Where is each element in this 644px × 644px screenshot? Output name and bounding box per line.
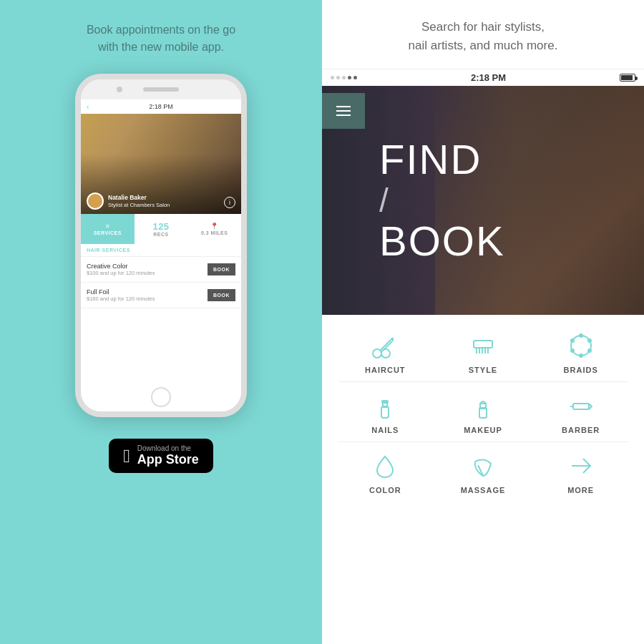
services-row-1: HAIRCUT STYLE xyxy=(322,322,644,381)
tab-services[interactable]: ≡ SERVICES xyxy=(81,214,135,244)
phone-status-bar: ‹ 2:18 PM xyxy=(81,99,241,114)
phone-speaker xyxy=(143,87,179,92)
svg-rect-23 xyxy=(573,404,589,409)
color-icon xyxy=(369,449,401,482)
service-full-foil: Full Foil $160 and up for 120 minutes BO… xyxy=(81,283,241,308)
dot-3 xyxy=(342,76,346,79)
massage-label: MASSAGE xyxy=(461,486,506,494)
info-circle: i xyxy=(224,197,235,208)
braids-label: BRAIDS xyxy=(564,366,598,374)
service-barber[interactable]: BARBER xyxy=(545,389,617,434)
app-store-name-label: App Store xyxy=(137,452,199,467)
stylist-avatar xyxy=(87,192,104,210)
phone-hero-image: Natalie Baker Stylist at Chambers Salon … xyxy=(81,114,241,214)
find-book-hero: FIND / BOOK xyxy=(322,86,644,315)
tab-services-label: SERVICES xyxy=(94,230,122,235)
app-store-text: Download on the App Store xyxy=(137,444,199,467)
right-tagline: Search for hair stylists, nail artists, … xyxy=(322,0,644,69)
service-color[interactable]: COLOR xyxy=(349,449,421,494)
barber-icon xyxy=(565,389,597,421)
stylist-title: Stylist at Chambers Salon xyxy=(108,202,170,209)
menu-icon[interactable] xyxy=(322,93,365,129)
dot-1 xyxy=(331,76,334,79)
book-text: BOOK xyxy=(379,218,505,264)
service-haircut[interactable]: HAIRCUT xyxy=(349,329,421,374)
services-row-2: NAILS MAKEUP xyxy=(322,382,644,441)
haircut-label: HAIRCUT xyxy=(365,366,406,374)
battery-icon xyxy=(620,74,635,82)
book-button-1[interactable]: BOOK xyxy=(208,263,235,275)
left-tagline: Book appointments on the go with the new… xyxy=(87,21,235,56)
apple-icon:  xyxy=(123,447,130,465)
menu-line-1 xyxy=(336,106,351,107)
services-row-3: COLOR MASSAGE xyxy=(322,442,644,502)
dot-5 xyxy=(353,76,357,79)
svg-rect-5 xyxy=(474,341,492,348)
signal-dots xyxy=(331,76,357,79)
braids-icon xyxy=(565,329,597,361)
app-store-button[interactable]:  Download on the App Store xyxy=(109,439,213,473)
haircut-icon xyxy=(369,329,401,361)
phone-top-bar xyxy=(81,79,241,99)
find-text: FIND xyxy=(379,137,505,182)
service-makeup[interactable]: MAKEUP xyxy=(447,389,519,434)
tab-miles-label: 0.3 MILES xyxy=(201,230,228,235)
home-button[interactable] xyxy=(151,387,171,407)
services-icon: ≡ xyxy=(105,223,109,230)
nails-label: NAILS xyxy=(371,426,399,434)
menu-line-2 xyxy=(336,110,351,112)
menu-line-3 xyxy=(336,114,351,116)
services-header: HAIR SERVICES xyxy=(81,244,241,257)
phone-mockup: ‹ 2:18 PM Natalie Baker Stylist at Chamb… xyxy=(75,74,247,417)
book-button-2[interactable]: BOOK xyxy=(208,289,235,301)
download-on-label: Download on the xyxy=(137,444,199,452)
stylist-info: Natalie Baker Stylist at Chambers Salon xyxy=(87,192,170,210)
barber-label: BARBER xyxy=(562,426,600,434)
service-creative-color: Creative Color $100 and up for 120 minut… xyxy=(81,257,241,283)
service-style[interactable]: STYLE xyxy=(447,329,519,374)
stylist-name: Natalie Baker xyxy=(108,194,170,202)
phone-bottom xyxy=(81,383,241,411)
more-icon xyxy=(565,449,597,482)
service-nails[interactable]: NAILS xyxy=(349,389,421,434)
makeup-label: MAKEUP xyxy=(464,426,502,434)
style-label: STYLE xyxy=(469,366,497,374)
service-details-1: Creative Color $100 and up for 120 minut… xyxy=(87,263,208,276)
services-section: HAIR SERVICES Creative Color $100 and up… xyxy=(81,244,241,383)
style-icon xyxy=(467,329,499,361)
right-panel: Search for hair stylists, nail artists, … xyxy=(322,0,644,644)
svg-point-11 xyxy=(571,336,591,356)
battery-fill xyxy=(621,75,633,80)
phone-camera xyxy=(117,87,122,92)
service-price-1: $100 and up for 120 minutes xyxy=(87,270,208,276)
tab-recs-label: RECS xyxy=(153,232,168,237)
service-braids[interactable]: BRAIDS xyxy=(545,329,617,374)
right-status-bar: 2:18 PM xyxy=(322,69,644,86)
dot-2 xyxy=(336,76,340,79)
location-icon: 📍 xyxy=(210,223,219,230)
dot-4 xyxy=(348,76,351,79)
recs-number: 125 xyxy=(152,221,169,232)
service-massage[interactable]: MASSAGE xyxy=(447,449,519,494)
service-more[interactable]: MORE xyxy=(545,449,617,494)
phone-time: 2:18 PM xyxy=(149,103,173,110)
back-arrow: ‹ xyxy=(87,102,89,111)
find-book-text: FIND / BOOK xyxy=(379,137,505,264)
nails-icon xyxy=(369,389,401,421)
services-grid: HAIRCUT STYLE xyxy=(322,315,644,644)
left-panel: Book appointments on the go with the new… xyxy=(0,0,322,644)
service-name-1: Creative Color xyxy=(87,263,208,270)
service-details-2: Full Foil $160 and up for 120 minutes xyxy=(87,288,208,302)
service-price-2: $160 and up for 120 minutes xyxy=(87,296,208,302)
more-label: MORE xyxy=(567,486,594,494)
massage-icon xyxy=(467,449,499,482)
battery-tip xyxy=(635,77,638,80)
right-phone-screen: 2:18 PM FIND / BOOK xyxy=(322,69,644,644)
tab-recs[interactable]: 125 RECS xyxy=(135,214,188,244)
service-name-2: Full Foil xyxy=(87,288,208,296)
tab-miles[interactable]: 📍 0.3 MILES xyxy=(187,214,241,244)
makeup-icon xyxy=(467,389,499,421)
right-status-time: 2:18 PM xyxy=(471,72,506,83)
phone-tabs: ≡ SERVICES 125 RECS 📍 0.3 MILES xyxy=(81,214,241,244)
svg-rect-18 xyxy=(381,406,389,418)
